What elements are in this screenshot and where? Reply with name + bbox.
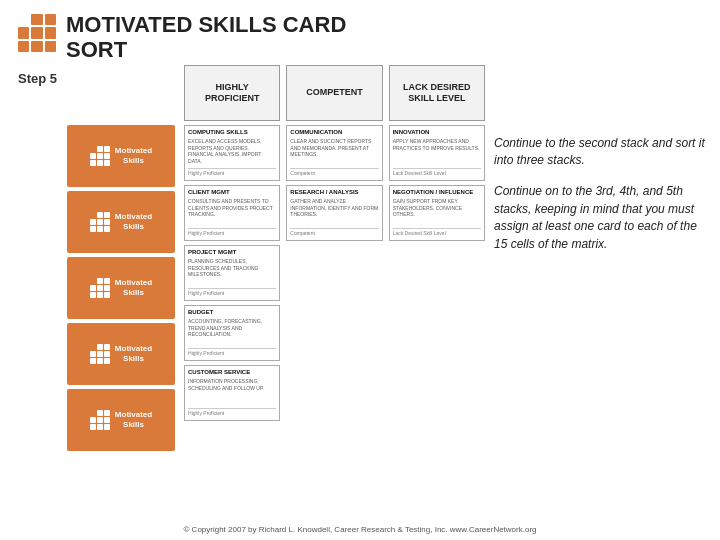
logo-cell xyxy=(45,27,56,38)
instruction-para-1: Continue to the second stack and sort it… xyxy=(494,135,710,170)
empty-competent-3 xyxy=(286,245,382,301)
card-customer-service: CUSTOMER SERVICE INFORMATION PROCESSING,… xyxy=(184,365,280,421)
motivated-card-label: MotivatedSkills xyxy=(115,212,152,231)
stack-highly-proficient: HIGHLY PROFICIENT COMPUTING SKILLS EXCEL… xyxy=(184,65,280,451)
empty-lack-4 xyxy=(389,305,485,361)
stack-lack-skill: LACK DESIRED SKILL LEVEL INNOVATION APPL… xyxy=(389,65,485,451)
motivated-skills-card-4: MotivatedSkills xyxy=(67,323,175,385)
footer-text: © Copyright 2007 by Richard L. Knowdell,… xyxy=(183,525,536,534)
page-title: MOTIVATED SKILLS CARD SORT xyxy=(66,12,346,63)
motivated-card-label: MotivatedSkills xyxy=(115,146,152,165)
motivated-skills-card-2: MotivatedSkills xyxy=(67,191,175,253)
logo-cell xyxy=(31,27,42,38)
motivated-skills-card-3: MotivatedSkills xyxy=(67,257,175,319)
card-negotiation: NEGOTIATION / INFLUENCE GAIN SUPPORT FRO… xyxy=(389,185,485,241)
empty-lack-5 xyxy=(389,365,485,421)
logo-cell xyxy=(45,14,56,25)
card-client-mgmt: CLIENT MGMT CONSULTING AND PRESENTS TO C… xyxy=(184,185,280,241)
instruction-para-2: Continue on to the 3rd, 4th, and 5th sta… xyxy=(494,183,710,253)
title-block: MOTIVATED SKILLS CARD SORT xyxy=(66,12,346,63)
motivated-skills-card-1: MotivatedSkills xyxy=(67,125,175,187)
logo-cell xyxy=(18,14,29,25)
stack-competent: COMPETENT COMMUNICATION CLEAR AND SUCCIN… xyxy=(286,65,382,451)
empty-lack-3 xyxy=(389,245,485,301)
card-budget: BUDGET ACCOUNTING, FORECASTING, TREND AN… xyxy=(184,305,280,361)
logo-cell xyxy=(18,27,29,38)
motivated-card-label: MotivatedSkills xyxy=(115,410,152,429)
logo-cell xyxy=(18,41,29,52)
empty-competent-5 xyxy=(286,365,382,421)
logo-cell xyxy=(31,41,42,52)
logo-cell xyxy=(31,14,42,25)
card-research-analysis: RESEARCH / ANALYSIS GATHER AND ANALYZE I… xyxy=(286,185,382,241)
cards-area: HIGHLY PROFICIENT COMPUTING SKILLS EXCEL… xyxy=(184,65,485,451)
step-label: Step 5 xyxy=(18,67,57,86)
stack-header-competent: COMPETENT xyxy=(286,65,382,121)
card-computing-skills: COMPUTING SKILLS EXCEL AND ACCESS MODELS… xyxy=(184,125,280,181)
right-text-block: Continue to the second stack and sort it… xyxy=(490,65,710,451)
stack-header-highly-proficient: HIGHLY PROFICIENT xyxy=(184,65,280,121)
logo-grid xyxy=(18,14,56,52)
motivated-skills-card-5: MotivatedSkills xyxy=(67,389,175,451)
empty-competent-4 xyxy=(286,305,382,361)
stack-header-lack-skill: LACK DESIRED SKILL LEVEL xyxy=(389,65,485,121)
card-communication: COMMUNICATION CLEAR AND SUCCINCT REPORTS… xyxy=(286,125,382,181)
motivated-card-label: MotivatedSkills xyxy=(115,278,152,297)
logo-cell xyxy=(45,41,56,52)
footer: © Copyright 2007 by Richard L. Knowdell,… xyxy=(0,525,720,534)
motivated-card-label: MotivatedSkills xyxy=(115,344,152,363)
card-innovation: INNOVATION APPLY NEW APPROACHES AND PRAC… xyxy=(389,125,485,181)
left-column: MotivatedSkills MotivatedSkills xyxy=(67,65,179,451)
card-project-mgmt: PROJECT MGMT PLANNING SCHEDULES, RESOURC… xyxy=(184,245,280,301)
